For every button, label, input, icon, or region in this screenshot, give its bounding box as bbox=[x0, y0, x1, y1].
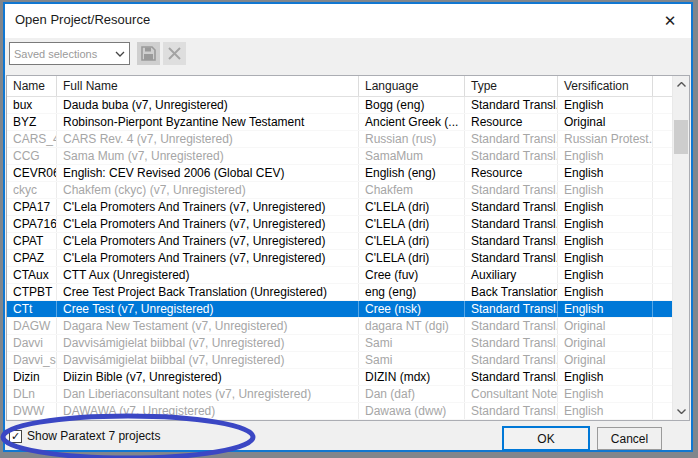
cell-full-name: C'Lela Promoters And Trainers (v7, Unreg… bbox=[57, 216, 359, 232]
cell-filler bbox=[653, 386, 672, 402]
cell-versification: English bbox=[558, 199, 653, 215]
table-header: Name Full Name Language Type Versificati… bbox=[7, 76, 672, 97]
cell-full-name: DAWAWA (v7, Unregistered) bbox=[57, 403, 359, 419]
table-row[interactable]: CPATC'Lela Promoters And Trainers (v7, U… bbox=[7, 233, 672, 250]
cell-name: BYZ bbox=[7, 114, 57, 130]
cell-name: DAGW bbox=[7, 318, 57, 334]
cell-type: Resource bbox=[465, 114, 558, 130]
cell-name: ckyc bbox=[7, 182, 57, 198]
cell-versification: Russian Protest... bbox=[558, 131, 653, 147]
column-header-filler bbox=[653, 76, 672, 96]
table-row[interactable]: CTAuxCTT Aux (Unregistered)Cree (fuv)Aux… bbox=[7, 267, 672, 284]
cell-versification: English bbox=[558, 250, 653, 266]
cell-name: Dizin bbox=[7, 369, 57, 385]
cell-language: SamaMum bbox=[359, 148, 465, 164]
cell-versification: English bbox=[558, 284, 653, 300]
cell-name: CPA716 bbox=[7, 216, 57, 232]
table-row[interactable]: CARS_4CARS Rev. 4 (v7, Unregistered)Russ… bbox=[7, 131, 672, 148]
cell-filler bbox=[653, 233, 672, 249]
cell-name: DWW bbox=[7, 403, 57, 419]
cell-versification: English bbox=[558, 267, 653, 283]
cell-full-name: Davvisámigielat biibbal (v7, Unregistere… bbox=[57, 352, 359, 368]
table-row[interactable]: ckycChakfem (ckyc) (v7, Unregistered)Cha… bbox=[7, 182, 672, 199]
cell-full-name: Diizin Bible (v7, Unregistered) bbox=[57, 369, 359, 385]
cell-full-name: CARS Rev. 4 (v7, Unregistered) bbox=[57, 131, 359, 147]
vertical-scrollbar[interactable] bbox=[672, 76, 689, 420]
table-row[interactable]: CPAZC'Lela Promoters And Trainers (v7, U… bbox=[7, 250, 672, 267]
cell-filler bbox=[653, 318, 672, 334]
close-button[interactable]: ✕ bbox=[655, 8, 685, 34]
cell-type: Standard Transl... bbox=[465, 335, 558, 351]
table-row[interactable]: CTPBTCree Test Project Back Translation … bbox=[7, 284, 672, 301]
scrollbar-thumb[interactable] bbox=[674, 120, 688, 154]
cell-full-name: Sama Mum (v7, Unregistered) bbox=[57, 148, 359, 164]
cell-filler bbox=[653, 403, 672, 419]
cell-language: DIZIN (mdx) bbox=[359, 369, 465, 385]
cell-filler bbox=[653, 182, 672, 198]
column-header-name[interactable]: Name bbox=[7, 76, 57, 96]
cell-versification: Original bbox=[558, 318, 653, 334]
table-row[interactable]: DLnDan Liberiaconsultant notes (v7, Unre… bbox=[7, 386, 672, 403]
cell-versification: English bbox=[558, 301, 653, 317]
cell-filler bbox=[653, 301, 672, 317]
table-row[interactable]: Davvi_ssDavvisámigielat biibbal (v7, Unr… bbox=[7, 352, 672, 369]
cell-versification: English bbox=[558, 216, 653, 232]
table-row[interactable]: buxDauda buba (v7, Unregistered)Bogg (en… bbox=[7, 97, 672, 114]
cell-name: DLn bbox=[7, 386, 57, 402]
ok-button[interactable]: OK bbox=[502, 426, 590, 451]
cell-versification: Original bbox=[558, 335, 653, 351]
cell-language: Sami bbox=[359, 352, 465, 368]
checkmark-icon: ✓ bbox=[11, 431, 20, 442]
cell-full-name: Davvisámigielat biibbal (v7, Unregistere… bbox=[57, 335, 359, 351]
scrollbar-down-icon[interactable] bbox=[673, 403, 689, 420]
scrollbar-up-icon[interactable] bbox=[673, 76, 689, 93]
table-row[interactable]: DAGWDagara New Testament (v7, Unregister… bbox=[7, 318, 672, 335]
cell-filler bbox=[653, 97, 672, 113]
show-paratext7-checkbox-row[interactable]: ✓ Show Paratext 7 projects bbox=[9, 428, 160, 444]
table-row[interactable]: DavviDavvisámigielat biibbal (v7, Unregi… bbox=[7, 335, 672, 352]
cell-language: C'LELA (dri) bbox=[359, 216, 465, 232]
table-row[interactable]: CPA17C'Lela Promoters And Trainers (v7, … bbox=[7, 199, 672, 216]
cell-filler bbox=[653, 352, 672, 368]
cell-filler bbox=[653, 267, 672, 283]
cell-name: CCG bbox=[7, 148, 57, 164]
cell-versification: English bbox=[558, 403, 653, 419]
show-paratext7-checkbox[interactable]: ✓ bbox=[9, 430, 22, 443]
column-header-full-name[interactable]: Full Name bbox=[57, 76, 359, 96]
cell-versification: English bbox=[558, 386, 653, 402]
table-row[interactable]: CPA716C'Lela Promoters And Trainers (v7,… bbox=[7, 216, 672, 233]
cell-language: dagara NT (dgi) bbox=[359, 318, 465, 334]
save-floppy-icon bbox=[141, 46, 156, 61]
cell-type: Standard Transl... bbox=[465, 352, 558, 368]
cell-language: Dan (daf) bbox=[359, 386, 465, 402]
cell-language: C'LELA (dri) bbox=[359, 250, 465, 266]
cell-language: Sami bbox=[359, 335, 465, 351]
cell-type: Standard Transl... bbox=[465, 250, 558, 266]
column-header-type[interactable]: Type bbox=[465, 76, 558, 96]
cell-full-name: Dauda buba (v7, Unregistered) bbox=[57, 97, 359, 113]
cell-filler bbox=[653, 216, 672, 232]
cell-name: CTPBT bbox=[7, 284, 57, 300]
cancel-button[interactable]: Cancel bbox=[597, 427, 662, 450]
cell-type: Standard Transl... bbox=[465, 131, 558, 147]
table-row[interactable]: DWWDAWAWA (v7, Unregistered)Dawawa (dww)… bbox=[7, 403, 672, 420]
saved-selections-combobox[interactable]: Saved selections bbox=[9, 42, 130, 65]
table-row[interactable]: DizinDiizin Bible (v7, Unregistered)DIZI… bbox=[7, 369, 672, 386]
cell-language: Dawawa (dww) bbox=[359, 403, 465, 419]
cell-type: Standard Transl... bbox=[465, 301, 558, 317]
column-header-versification[interactable]: Versification bbox=[558, 76, 653, 96]
column-header-language[interactable]: Language bbox=[359, 76, 465, 96]
delete-selection-button[interactable] bbox=[163, 42, 186, 65]
cell-type: Standard Transl... bbox=[465, 97, 558, 113]
cell-filler bbox=[653, 199, 672, 215]
table-row[interactable]: CCGSama Mum (v7, Unregistered)SamaMumSta… bbox=[7, 148, 672, 165]
save-selection-button[interactable] bbox=[137, 42, 160, 65]
table-row[interactable]: BYZRobinson-Pierpont Byzantine New Testa… bbox=[7, 114, 672, 131]
table-row[interactable]: CEVR06English: CEV Revised 2006 (Global … bbox=[7, 165, 672, 182]
close-icon: ✕ bbox=[664, 12, 677, 30]
cell-full-name: C'Lela Promoters And Trainers (v7, Unreg… bbox=[57, 250, 359, 266]
cell-name: CEVR06 bbox=[7, 165, 57, 181]
cell-full-name: C'Lela Promoters And Trainers (v7, Unreg… bbox=[57, 199, 359, 215]
table-row[interactable]: CTtCree Test (v7, Unregistered)Cree (nsk… bbox=[7, 301, 672, 318]
cell-name: bux bbox=[7, 97, 57, 113]
